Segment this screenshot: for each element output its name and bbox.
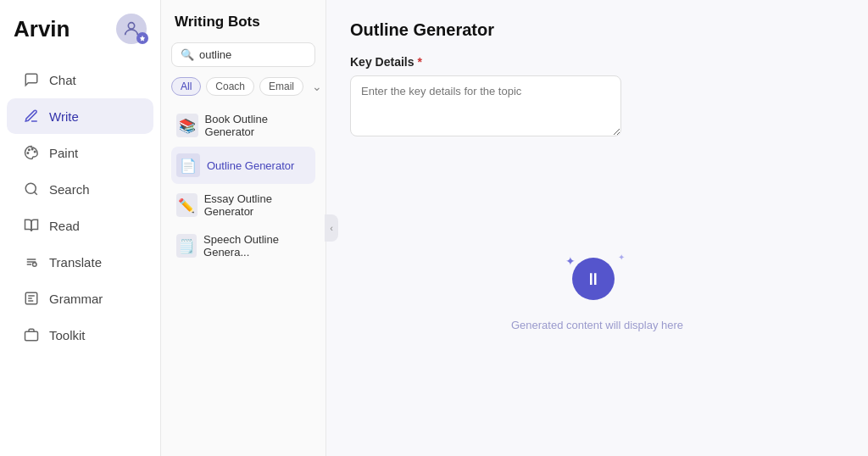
app-name: Arvin bbox=[14, 16, 70, 42]
search-box: 🔍 bbox=[171, 42, 315, 67]
avatar[interactable] bbox=[116, 14, 147, 44]
svg-point-7 bbox=[33, 263, 37, 267]
search-icon-sm: 🔍 bbox=[181, 48, 194, 61]
search-input[interactable] bbox=[199, 48, 306, 61]
list-item[interactable]: 📚 Book Outline Generator bbox=[171, 106, 315, 145]
sidebar: Arvin Chat bbox=[0, 0, 161, 456]
toolkit-icon bbox=[22, 325, 41, 344]
middle-panel: Writing Bots 🔍 All Coach Email ⌄ 📚 Book … bbox=[161, 0, 326, 456]
sidebar-item-search-label: Search bbox=[49, 182, 90, 197]
svg-point-1 bbox=[31, 148, 33, 150]
filter-coach[interactable]: Coach bbox=[206, 77, 254, 96]
sidebar-item-toolkit-label: Toolkit bbox=[49, 328, 86, 342]
sidebar-nav: Chat Write Paint bbox=[0, 61, 160, 353]
bot-label: Outline Generator bbox=[207, 159, 294, 172]
write-icon bbox=[22, 107, 41, 125]
svg-point-3 bbox=[29, 149, 31, 151]
paint-icon bbox=[22, 143, 41, 162]
logo-area: Arvin bbox=[0, 14, 160, 61]
sidebar-item-read-label: Read bbox=[49, 219, 80, 233]
filter-all[interactable]: All bbox=[171, 77, 201, 96]
sidebar-item-read[interactable]: Read bbox=[7, 208, 153, 243]
bot-label: Essay Outline Generator bbox=[204, 192, 310, 218]
filter-bar: All Coach Email ⌄ bbox=[171, 77, 315, 96]
svg-rect-9 bbox=[25, 331, 38, 341]
svg-point-5 bbox=[25, 183, 36, 193]
svg-line-6 bbox=[34, 192, 36, 194]
bot-label: Speech Outline Genera... bbox=[203, 233, 310, 259]
bot-list: 📚 Book Outline Generator 📄 Outline Gener… bbox=[171, 106, 315, 265]
sidebar-item-paint-label: Paint bbox=[49, 146, 78, 160]
generated-text: Generated content will display here bbox=[511, 319, 683, 331]
bot-icon: ✏️ bbox=[176, 193, 198, 217]
sidebar-item-paint[interactable]: Paint bbox=[7, 135, 153, 170]
generated-area: ✦ ⏸ ✦ Generated content will display her… bbox=[350, 153, 844, 436]
svg-point-2 bbox=[34, 151, 36, 153]
mascot-body: ⏸ bbox=[572, 258, 615, 300]
translate-icon bbox=[22, 253, 41, 271]
main-content: Outline Generator Key Details * ✦ ⏸ ✦ Ge… bbox=[326, 0, 868, 456]
star-right-icon: ✦ bbox=[618, 253, 625, 262]
sidebar-item-toolkit[interactable]: Toolkit bbox=[7, 317, 153, 353]
chat-icon bbox=[22, 70, 41, 89]
filter-email[interactable]: Email bbox=[259, 77, 303, 96]
sidebar-item-grammar-label: Grammar bbox=[49, 292, 103, 306]
svg-point-0 bbox=[128, 23, 134, 29]
required-star: * bbox=[417, 55, 421, 69]
sidebar-item-translate[interactable]: Translate bbox=[7, 244, 153, 280]
sidebar-item-write-label: Write bbox=[49, 109, 79, 124]
key-details-label: Key Details * bbox=[350, 55, 844, 69]
list-item[interactable]: ✏️ Essay Outline Generator bbox=[171, 186, 315, 225]
main-title: Outline Generator bbox=[350, 20, 844, 40]
bot-icon: 🗒️ bbox=[176, 234, 197, 258]
star-left-icon: ✦ bbox=[565, 254, 576, 268]
mascot-face: ⏸ bbox=[585, 270, 602, 289]
avatar-badge bbox=[136, 32, 148, 44]
sidebar-item-translate-label: Translate bbox=[49, 255, 102, 270]
sidebar-item-chat[interactable]: Chat bbox=[7, 62, 153, 97]
sidebar-item-chat-label: Chat bbox=[49, 73, 76, 87]
filter-more-button[interactable]: ⌄ bbox=[309, 78, 326, 95]
collapse-handle[interactable]: ‹ bbox=[325, 214, 338, 242]
read-icon bbox=[22, 216, 41, 235]
bot-icon: 📚 bbox=[176, 114, 198, 137]
sidebar-item-grammar[interactable]: Grammar bbox=[7, 281, 153, 316]
panel-title: Writing Bots bbox=[171, 14, 315, 31]
key-details-input[interactable] bbox=[350, 75, 621, 136]
list-item[interactable]: 📄 Outline Generator bbox=[171, 147, 315, 184]
bot-mascot: ✦ ⏸ ✦ bbox=[572, 258, 623, 309]
bot-label: Book Outline Generator bbox=[205, 113, 310, 138]
list-item[interactable]: 🗒️ Speech Outline Genera... bbox=[171, 226, 315, 265]
grammar-icon bbox=[22, 289, 41, 308]
sidebar-item-write[interactable]: Write bbox=[7, 98, 153, 134]
search-icon bbox=[22, 180, 41, 198]
sidebar-item-search[interactable]: Search bbox=[7, 171, 153, 207]
svg-point-4 bbox=[27, 153, 29, 154]
bot-icon: 📄 bbox=[176, 153, 200, 177]
